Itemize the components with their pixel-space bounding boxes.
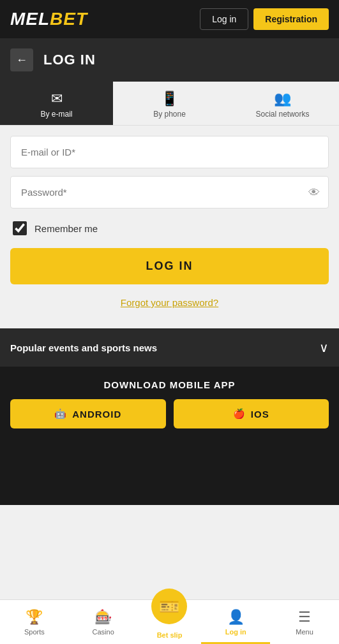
nav-betslip[interactable]: 🎫 Bet slip xyxy=(138,600,202,644)
page-title: LOG IN xyxy=(43,52,96,68)
nav-casino[interactable]: 🎰 Casino xyxy=(69,600,138,644)
download-title: DOWNLOAD MOBILE APP xyxy=(104,379,236,390)
tab-email-label: By e-mail xyxy=(40,110,72,119)
header-buttons: Log in Registration xyxy=(200,8,329,30)
email-icon: ✉ xyxy=(51,91,63,107)
android-download-button[interactable]: 🤖 ANDROID xyxy=(10,399,166,428)
popular-events-label: Popular events and sports news xyxy=(10,342,157,353)
password-input[interactable] xyxy=(10,176,329,209)
android-icon: 🤖 xyxy=(54,408,67,420)
header-register-button[interactable]: Registration xyxy=(253,8,329,30)
android-label: ANDROID xyxy=(72,409,121,420)
menu-icon: ☰ xyxy=(298,609,311,626)
remember-me-row: Remember me xyxy=(10,216,329,240)
download-section: DOWNLOAD MOBILE APP 🤖 ANDROID 🍎 IOS xyxy=(0,367,339,441)
nav-menu[interactable]: ☰ Menu xyxy=(270,600,339,644)
remember-checkbox[interactable] xyxy=(13,221,27,235)
dark-spacer xyxy=(0,441,339,505)
social-icon: 👥 xyxy=(274,91,291,107)
apple-icon: 🍎 xyxy=(233,408,246,420)
tab-row: ✉ By e-mail 📱 By phone 👥 Social networks xyxy=(0,82,339,126)
tab-email[interactable]: ✉ By e-mail xyxy=(0,82,113,125)
nav-menu-label: Menu xyxy=(296,628,313,636)
back-button[interactable]: ← xyxy=(10,48,33,71)
header: MELBET Log in Registration xyxy=(0,0,339,38)
ios-download-button[interactable]: 🍎 IOS xyxy=(174,399,329,428)
remember-label: Remember me xyxy=(34,223,98,234)
nav-sports[interactable]: 🏆 Sports xyxy=(0,600,69,644)
casino-icon: 🎰 xyxy=(94,609,112,626)
tab-phone[interactable]: 📱 By phone xyxy=(113,82,226,125)
login-button[interactable]: LOG IN xyxy=(10,248,329,284)
main-content: ✉ By e-mail 📱 By phone 👥 Social networks… xyxy=(0,82,339,599)
logo: MELBET xyxy=(10,9,87,29)
betslip-circle: 🎫 xyxy=(151,589,187,624)
nav-betslip-label: Bet slip xyxy=(157,631,183,639)
tab-social[interactable]: 👥 Social networks xyxy=(226,82,339,125)
betslip-icon: 🎫 xyxy=(159,597,179,617)
sports-icon: 🏆 xyxy=(26,609,43,626)
page-title-bar: ← LOG IN xyxy=(0,38,339,82)
popular-events-section[interactable]: Popular events and sports news ∨ xyxy=(0,328,339,367)
logo-mel: MEL xyxy=(10,9,50,29)
nav-login[interactable]: 👤 Log in xyxy=(201,600,270,644)
nav-casino-label: Casino xyxy=(93,628,114,636)
email-input[interactable] xyxy=(10,136,329,168)
toggle-password-icon[interactable]: 👁 xyxy=(308,186,320,199)
ios-label: IOS xyxy=(251,409,269,420)
nav-sports-label: Sports xyxy=(24,628,45,636)
chevron-down-icon: ∨ xyxy=(319,340,329,355)
app-buttons: 🤖 ANDROID 🍎 IOS xyxy=(10,399,329,428)
tab-phone-label: By phone xyxy=(153,110,186,119)
password-wrapper: 👁 xyxy=(10,176,329,209)
bottom-nav: 🏆 Sports 🎰 Casino 🎫 Bet slip 👤 Log in ☰ … xyxy=(0,599,339,644)
tab-social-label: Social networks xyxy=(255,110,309,119)
phone-icon: 📱 xyxy=(161,91,178,107)
login-nav-icon: 👤 xyxy=(227,609,245,626)
header-login-button[interactable]: Log in xyxy=(200,8,248,30)
nav-login-label: Log in xyxy=(225,628,246,636)
logo-bet: BET xyxy=(50,9,87,29)
login-form: 👁 Remember me LOG IN Forgot your passwor… xyxy=(0,126,339,323)
forgot-password-link[interactable]: Forgot your password? xyxy=(10,292,329,313)
